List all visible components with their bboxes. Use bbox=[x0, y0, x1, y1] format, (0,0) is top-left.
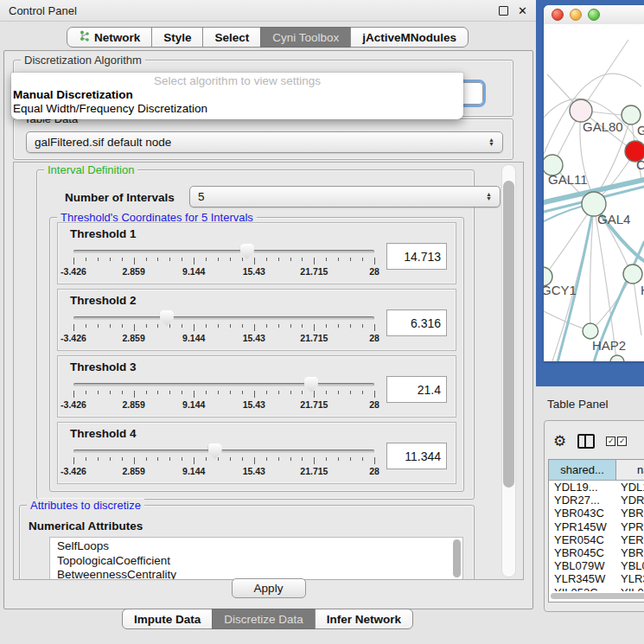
cell-shared-name: YDL19... bbox=[549, 481, 615, 494]
numerical-attributes-label: Numerical Attributes bbox=[29, 520, 143, 532]
cell-name: YLR3 bbox=[615, 572, 644, 585]
cell-shared-name: YDR27... bbox=[549, 494, 615, 507]
column-header-name[interactable]: na bbox=[616, 460, 644, 480]
scrollpane-scrollbar[interactable] bbox=[501, 164, 516, 577]
algorithm-option-equal-width-frequency-discretization[interactable]: Equal Width/Frequency Discretization bbox=[11, 102, 463, 116]
threshold-slider[interactable]: -3.4262.8599.14415.4321.71528 bbox=[73, 440, 374, 480]
tab-style[interactable]: Style bbox=[151, 27, 203, 48]
tab-discretize-data[interactable]: Discretize Data bbox=[212, 609, 316, 629]
node-label: G bbox=[637, 123, 644, 137]
column-header-shared-name[interactable]: shared... bbox=[549, 460, 616, 480]
table-data-group: Table Data galFiltered.sif default node … bbox=[13, 118, 513, 160]
tab-infer-network[interactable]: Infer Network bbox=[315, 609, 413, 629]
table-data-combobox[interactable]: galFiltered.sif default node ▲▼ bbox=[26, 131, 503, 153]
tab-jactivemnodules[interactable]: jActiveMNodules bbox=[350, 27, 469, 48]
slider-track[interactable] bbox=[73, 250, 374, 253]
select-columns-checkbox-icons[interactable] bbox=[606, 437, 627, 446]
algorithm-dropdown-popup: Select algorithm to view settings Manual… bbox=[11, 73, 463, 119]
tab-label: Impute Data bbox=[134, 613, 201, 626]
table-row[interactable]: YBL079WYBL0 bbox=[549, 559, 644, 572]
cell-name: YBR0 bbox=[615, 507, 644, 520]
slider-scale-labels: -3.4262.8599.14415.4321.71528 bbox=[73, 466, 374, 477]
threshold-panel: Threshold 4-3.4262.8599.14415.4321.71528… bbox=[57, 422, 456, 484]
slider-track[interactable] bbox=[73, 316, 374, 320]
cell-shared-name: YER054C bbox=[549, 533, 615, 546]
numerical-attributes-list[interactable]: SelfLoopsTopologicalCoefficientBetweenne… bbox=[49, 537, 463, 580]
network-canvas[interactable]: GAL80GCGAL11GAL4GCY1HHAP2 bbox=[544, 24, 644, 361]
node-label: GAL80 bbox=[583, 119, 623, 134]
titlebar-buttons: ✕ bbox=[499, 5, 527, 16]
attributes-group: Attributes to discretize Numerical Attri… bbox=[19, 505, 475, 580]
tab-label: Network bbox=[94, 31, 140, 44]
threshold-panel: Threshold 1-3.4262.8599.14415.4321.71528… bbox=[57, 222, 456, 284]
table-data-combobox-value: galFiltered.sif default node bbox=[35, 136, 171, 149]
algorithm-placeholder-item[interactable]: Select algorithm to view settings bbox=[11, 74, 463, 88]
threshold-value-field[interactable]: 11.344 bbox=[386, 443, 447, 469]
cell-shared-name: YIL052C bbox=[549, 586, 615, 591]
attribute-item[interactable]: TopologicalCoefficient bbox=[57, 554, 462, 569]
network-node-hap2[interactable] bbox=[583, 323, 598, 339]
slider-ticks bbox=[73, 323, 374, 331]
columns-icon[interactable] bbox=[577, 434, 595, 449]
tab-select[interactable]: Select bbox=[202, 27, 261, 48]
table-row[interactable]: YBR045CYBR0 bbox=[549, 546, 644, 559]
control-panel-titlebar: Control Panel ✕ bbox=[0, 0, 536, 22]
network-node-g[interactable] bbox=[622, 105, 641, 124]
close-traffic-light-icon[interactable] bbox=[552, 9, 564, 21]
table-row[interactable]: YDL19...YDL1 bbox=[549, 481, 644, 494]
float-window-icon[interactable] bbox=[499, 6, 508, 16]
threshold-slider[interactable]: -3.4262.8599.14415.4321.71528 bbox=[73, 307, 374, 347]
table-row[interactable]: YER054CYER0 bbox=[549, 533, 644, 546]
number-of-intervals-combobox[interactable]: 5 ▲▼ bbox=[189, 186, 501, 207]
threshold-value-field[interactable]: 21.4 bbox=[386, 376, 447, 403]
network-window-frame: GAL80GCGAL11GAL4GCY1HHAP2 bbox=[536, 0, 644, 386]
table-rows: YDL19...YDL1YDR27...YDR2YBR043CYBR0YPR14… bbox=[549, 481, 644, 591]
algorithm-option-manual-discretization[interactable]: Manual Discretization bbox=[11, 88, 463, 102]
threshold-value-field[interactable]: 6.316 bbox=[386, 309, 447, 336]
scrollbar-thumb[interactable] bbox=[503, 181, 514, 488]
threshold-value-field[interactable]: 14.713 bbox=[386, 243, 447, 270]
cell-name: YER0 bbox=[615, 533, 644, 546]
tab-label: Discretize Data bbox=[224, 613, 303, 626]
tab-impute-data[interactable]: Impute Data bbox=[122, 609, 213, 629]
threshold-slider[interactable]: -3.4262.8599.14415.4321.71528 bbox=[73, 240, 374, 280]
control-panel: Control Panel ✕ NetworkStyleSelectCyni T… bbox=[0, 0, 536, 644]
cell-name: YDR2 bbox=[615, 494, 644, 507]
table-row[interactable]: YDR27...YDR2 bbox=[549, 494, 644, 507]
minimize-traffic-light-icon[interactable] bbox=[570, 9, 582, 21]
table-row[interactable]: YIL052CYIL0 bbox=[549, 586, 644, 592]
threshold-slider[interactable]: -3.4262.8599.14415.4321.71528 bbox=[73, 373, 374, 413]
apply-button[interactable]: Apply bbox=[232, 578, 306, 598]
slider-scale-labels: -3.4262.8599.14415.4321.71528 bbox=[73, 333, 374, 344]
apply-row: Apply bbox=[4, 578, 532, 598]
table-row[interactable]: YLR345WYLR3 bbox=[549, 572, 644, 585]
slider-track[interactable] bbox=[73, 383, 374, 386]
attribute-item[interactable]: SelfLoops bbox=[57, 539, 462, 554]
network-node[interactable] bbox=[610, 355, 624, 361]
close-icon[interactable]: ✕ bbox=[518, 5, 527, 16]
cell-name: YBL0 bbox=[615, 559, 644, 572]
tab-cyni-toolbox[interactable]: Cyni Toolbox bbox=[260, 27, 351, 48]
combobox-stepper-icon: ▲▼ bbox=[488, 138, 494, 146]
zoom-traffic-light-icon[interactable] bbox=[588, 9, 600, 21]
slider-scale-labels: -3.4262.8599.14415.4321.71528 bbox=[73, 399, 374, 411]
node-table: shared... na YDL19...YDL1YDR27...YDR2YBR… bbox=[548, 459, 644, 603]
slider-ticks bbox=[73, 257, 374, 265]
network-icon bbox=[79, 30, 90, 45]
slider-scale-labels: -3.4262.8599.14415.4321.71528 bbox=[73, 266, 374, 277]
interval-definition-title: Interval Definition bbox=[44, 163, 137, 176]
table-horizontal-scrollbar[interactable] bbox=[551, 593, 644, 599]
slider-track[interactable] bbox=[73, 450, 374, 453]
tab-network[interactable]: Network bbox=[67, 27, 152, 48]
node-label: H bbox=[641, 283, 644, 297]
threshold-panel: Threshold 3-3.4262.8599.14415.4321.71528… bbox=[57, 355, 456, 418]
network-node-h[interactable] bbox=[623, 265, 642, 284]
cell-shared-name: YBR045C bbox=[549, 546, 615, 559]
checkbox-icon bbox=[606, 437, 615, 446]
table-row[interactable]: YPR145WYPR1 bbox=[549, 520, 644, 533]
number-of-intervals-value: 5 bbox=[198, 190, 205, 203]
node-label: HAP2 bbox=[592, 338, 626, 353]
gear-icon[interactable] bbox=[553, 432, 566, 450]
list-scrollbar-thumb[interactable] bbox=[453, 539, 461, 577]
table-row[interactable]: YBR043CYBR0 bbox=[549, 507, 644, 520]
